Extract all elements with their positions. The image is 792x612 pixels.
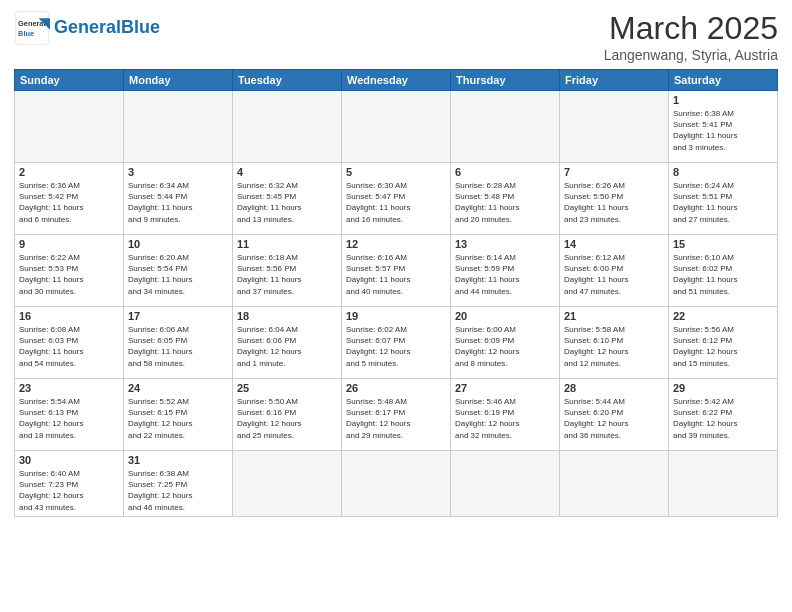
day-info: Sunrise: 6:28 AM Sunset: 5:48 PM Dayligh…	[455, 180, 555, 225]
day-number: 8	[673, 166, 773, 178]
calendar-day-cell: 15Sunrise: 6:10 AM Sunset: 6:02 PM Dayli…	[669, 235, 778, 307]
logo-general: General	[54, 17, 121, 37]
calendar-day-cell	[233, 91, 342, 163]
calendar-day-cell: 13Sunrise: 6:14 AM Sunset: 5:59 PM Dayli…	[451, 235, 560, 307]
day-number: 22	[673, 310, 773, 322]
day-info: Sunrise: 6:04 AM Sunset: 6:06 PM Dayligh…	[237, 324, 337, 369]
svg-text:Blue: Blue	[18, 29, 34, 38]
calendar-day-cell: 27Sunrise: 5:46 AM Sunset: 6:19 PM Dayli…	[451, 379, 560, 451]
calendar-day-cell: 3Sunrise: 6:34 AM Sunset: 5:44 PM Daylig…	[124, 163, 233, 235]
calendar-day-cell: 9Sunrise: 6:22 AM Sunset: 5:53 PM Daylig…	[15, 235, 124, 307]
day-number: 25	[237, 382, 337, 394]
day-info: Sunrise: 6:02 AM Sunset: 6:07 PM Dayligh…	[346, 324, 446, 369]
day-info: Sunrise: 5:54 AM Sunset: 6:13 PM Dayligh…	[19, 396, 119, 441]
day-number: 4	[237, 166, 337, 178]
weekday-header-monday: Monday	[124, 70, 233, 91]
day-number: 11	[237, 238, 337, 250]
day-number: 14	[564, 238, 664, 250]
calendar-day-cell: 22Sunrise: 5:56 AM Sunset: 6:12 PM Dayli…	[669, 307, 778, 379]
weekday-header-friday: Friday	[560, 70, 669, 91]
logo-icon: General Blue	[14, 10, 50, 46]
day-number: 19	[346, 310, 446, 322]
calendar-day-cell: 14Sunrise: 6:12 AM Sunset: 6:00 PM Dayli…	[560, 235, 669, 307]
calendar-day-cell	[342, 91, 451, 163]
day-info: Sunrise: 6:34 AM Sunset: 5:44 PM Dayligh…	[128, 180, 228, 225]
calendar-week-row: 9Sunrise: 6:22 AM Sunset: 5:53 PM Daylig…	[15, 235, 778, 307]
day-info: Sunrise: 5:44 AM Sunset: 6:20 PM Dayligh…	[564, 396, 664, 441]
calendar-day-cell: 8Sunrise: 6:24 AM Sunset: 5:51 PM Daylig…	[669, 163, 778, 235]
day-info: Sunrise: 6:18 AM Sunset: 5:56 PM Dayligh…	[237, 252, 337, 297]
calendar-day-cell	[451, 91, 560, 163]
calendar-day-cell	[669, 451, 778, 517]
day-number: 30	[19, 454, 119, 466]
day-number: 3	[128, 166, 228, 178]
day-number: 27	[455, 382, 555, 394]
day-info: Sunrise: 5:48 AM Sunset: 6:17 PM Dayligh…	[346, 396, 446, 441]
header: General Blue GeneralBlue March 2025 Lang…	[14, 10, 778, 63]
day-number: 12	[346, 238, 446, 250]
calendar-day-cell: 26Sunrise: 5:48 AM Sunset: 6:17 PM Dayli…	[342, 379, 451, 451]
day-number: 24	[128, 382, 228, 394]
calendar-day-cell: 23Sunrise: 5:54 AM Sunset: 6:13 PM Dayli…	[15, 379, 124, 451]
calendar-day-cell: 5Sunrise: 6:30 AM Sunset: 5:47 PM Daylig…	[342, 163, 451, 235]
day-info: Sunrise: 6:30 AM Sunset: 5:47 PM Dayligh…	[346, 180, 446, 225]
day-number: 6	[455, 166, 555, 178]
calendar-day-cell: 20Sunrise: 6:00 AM Sunset: 6:09 PM Dayli…	[451, 307, 560, 379]
calendar-day-cell	[124, 91, 233, 163]
day-info: Sunrise: 6:38 AM Sunset: 5:41 PM Dayligh…	[673, 108, 773, 153]
day-info: Sunrise: 6:40 AM Sunset: 7:23 PM Dayligh…	[19, 468, 119, 513]
calendar-day-cell: 24Sunrise: 5:52 AM Sunset: 6:15 PM Dayli…	[124, 379, 233, 451]
calendar-day-cell: 25Sunrise: 5:50 AM Sunset: 6:16 PM Dayli…	[233, 379, 342, 451]
day-number: 16	[19, 310, 119, 322]
day-number: 9	[19, 238, 119, 250]
day-number: 17	[128, 310, 228, 322]
day-info: Sunrise: 6:06 AM Sunset: 6:05 PM Dayligh…	[128, 324, 228, 369]
weekday-header-row: SundayMondayTuesdayWednesdayThursdayFrid…	[15, 70, 778, 91]
calendar-day-cell: 2Sunrise: 6:36 AM Sunset: 5:42 PM Daylig…	[15, 163, 124, 235]
day-info: Sunrise: 6:08 AM Sunset: 6:03 PM Dayligh…	[19, 324, 119, 369]
day-number: 7	[564, 166, 664, 178]
calendar-day-cell: 12Sunrise: 6:16 AM Sunset: 5:57 PM Dayli…	[342, 235, 451, 307]
title-block: March 2025 Langenwang, Styria, Austria	[604, 10, 778, 63]
day-info: Sunrise: 5:50 AM Sunset: 6:16 PM Dayligh…	[237, 396, 337, 441]
calendar-week-row: 30Sunrise: 6:40 AM Sunset: 7:23 PM Dayli…	[15, 451, 778, 517]
day-number: 21	[564, 310, 664, 322]
logo: General Blue GeneralBlue	[14, 10, 160, 46]
calendar-day-cell	[233, 451, 342, 517]
day-number: 10	[128, 238, 228, 250]
weekday-header-wednesday: Wednesday	[342, 70, 451, 91]
day-number: 20	[455, 310, 555, 322]
calendar-day-cell: 18Sunrise: 6:04 AM Sunset: 6:06 PM Dayli…	[233, 307, 342, 379]
day-info: Sunrise: 6:10 AM Sunset: 6:02 PM Dayligh…	[673, 252, 773, 297]
day-info: Sunrise: 5:46 AM Sunset: 6:19 PM Dayligh…	[455, 396, 555, 441]
day-info: Sunrise: 6:00 AM Sunset: 6:09 PM Dayligh…	[455, 324, 555, 369]
day-number: 23	[19, 382, 119, 394]
calendar-day-cell: 17Sunrise: 6:06 AM Sunset: 6:05 PM Dayli…	[124, 307, 233, 379]
calendar-day-cell: 1Sunrise: 6:38 AM Sunset: 5:41 PM Daylig…	[669, 91, 778, 163]
subtitle: Langenwang, Styria, Austria	[604, 47, 778, 63]
day-info: Sunrise: 6:20 AM Sunset: 5:54 PM Dayligh…	[128, 252, 228, 297]
calendar-day-cell: 6Sunrise: 6:28 AM Sunset: 5:48 PM Daylig…	[451, 163, 560, 235]
weekday-header-saturday: Saturday	[669, 70, 778, 91]
day-number: 2	[19, 166, 119, 178]
day-number: 1	[673, 94, 773, 106]
calendar-day-cell	[15, 91, 124, 163]
day-info: Sunrise: 5:52 AM Sunset: 6:15 PM Dayligh…	[128, 396, 228, 441]
day-number: 28	[564, 382, 664, 394]
calendar-day-cell: 11Sunrise: 6:18 AM Sunset: 5:56 PM Dayli…	[233, 235, 342, 307]
calendar-day-cell: 30Sunrise: 6:40 AM Sunset: 7:23 PM Dayli…	[15, 451, 124, 517]
day-number: 15	[673, 238, 773, 250]
calendar-day-cell: 29Sunrise: 5:42 AM Sunset: 6:22 PM Dayli…	[669, 379, 778, 451]
calendar-day-cell: 19Sunrise: 6:02 AM Sunset: 6:07 PM Dayli…	[342, 307, 451, 379]
weekday-header-tuesday: Tuesday	[233, 70, 342, 91]
day-info: Sunrise: 6:32 AM Sunset: 5:45 PM Dayligh…	[237, 180, 337, 225]
calendar: SundayMondayTuesdayWednesdayThursdayFrid…	[14, 69, 778, 517]
calendar-week-row: 16Sunrise: 6:08 AM Sunset: 6:03 PM Dayli…	[15, 307, 778, 379]
page: General Blue GeneralBlue March 2025 Lang…	[0, 0, 792, 612]
calendar-day-cell: 10Sunrise: 6:20 AM Sunset: 5:54 PM Dayli…	[124, 235, 233, 307]
calendar-day-cell: 4Sunrise: 6:32 AM Sunset: 5:45 PM Daylig…	[233, 163, 342, 235]
main-title: March 2025	[604, 10, 778, 47]
calendar-day-cell: 7Sunrise: 6:26 AM Sunset: 5:50 PM Daylig…	[560, 163, 669, 235]
day-info: Sunrise: 5:56 AM Sunset: 6:12 PM Dayligh…	[673, 324, 773, 369]
day-info: Sunrise: 6:22 AM Sunset: 5:53 PM Dayligh…	[19, 252, 119, 297]
